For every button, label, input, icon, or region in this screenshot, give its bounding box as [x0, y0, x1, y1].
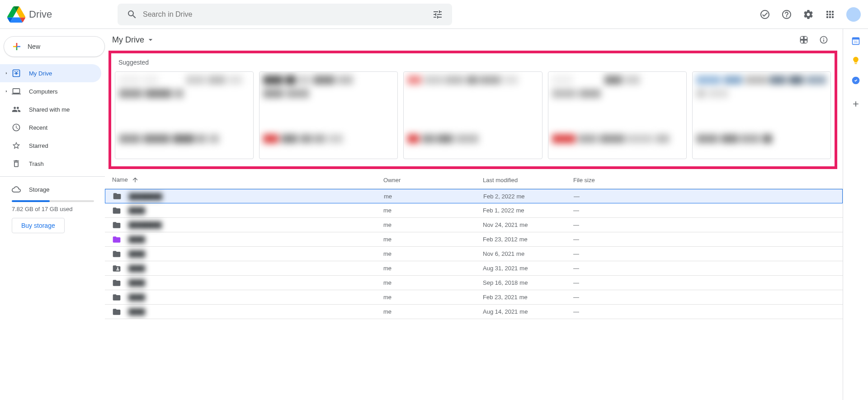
offline-ready-icon[interactable] — [756, 5, 774, 24]
file-row[interactable]: ████████ me Feb 2, 2022me — — [105, 189, 843, 203]
file-size: — — [573, 250, 835, 257]
search-input[interactable] — [143, 10, 427, 19]
apps-icon[interactable] — [821, 5, 839, 24]
keep-icon[interactable] — [851, 56, 860, 65]
trash-icon — [12, 159, 21, 168]
column-name[interactable]: Name — [112, 176, 383, 184]
file-modified: Aug 31, 2021me — [483, 265, 573, 272]
suggested-card[interactable] — [403, 71, 542, 159]
file-row[interactable]: ████ me Sep 16, 2018me — — [105, 276, 843, 290]
suggested-card[interactable] — [259, 71, 398, 159]
grid-view-icon[interactable] — [796, 32, 812, 48]
file-owner: me — [383, 236, 483, 243]
sidebar: New My Drive Computers Shared with me Re… — [0, 29, 105, 400]
suggested-cards — [115, 71, 831, 159]
buy-storage-button[interactable]: Buy storage — [12, 218, 65, 233]
file-size: — — [573, 207, 835, 214]
nav-label: Computers — [29, 88, 58, 95]
file-owner: me — [383, 221, 483, 228]
shared-folder-icon — [112, 264, 121, 273]
file-row[interactable]: ████████ me Nov 24, 2021me — — [105, 218, 843, 232]
nav-label: Starred — [29, 142, 48, 149]
column-owner[interactable]: Owner — [383, 176, 483, 184]
file-size: — — [573, 236, 835, 243]
file-name: ████ — [128, 250, 145, 257]
plus-icon — [11, 41, 22, 52]
file-list: ████████ me Feb 2, 2022me — ████ me Feb … — [105, 189, 843, 319]
file-row[interactable]: ████ me Feb 23, 2012me — — [105, 232, 843, 247]
computer-icon — [12, 87, 21, 96]
sort-ascending-icon — [132, 176, 139, 184]
storage-bar — [12, 200, 94, 202]
folder-icon — [112, 206, 121, 215]
header-actions — [756, 5, 861, 24]
sidebar-item-my-drive[interactable]: My Drive — [0, 64, 101, 82]
storage-used-text: 7.82 GB of 17 GB used — [12, 206, 94, 212]
right-rail: 31 — [843, 29, 868, 400]
file-name: ████████ — [129, 193, 162, 200]
file-owner: me — [383, 265, 483, 272]
column-size[interactable]: File size — [573, 176, 835, 184]
sidebar-item-storage[interactable]: Storage — [12, 180, 94, 198]
suggested-label: Suggested — [118, 59, 831, 66]
file-owner: me — [383, 308, 483, 315]
file-modified: Feb 1, 2022me — [483, 207, 573, 214]
logo-section[interactable]: Drive — [7, 5, 118, 24]
new-button[interactable]: New — [4, 36, 105, 57]
file-size: — — [573, 279, 835, 286]
suggested-card[interactable] — [548, 71, 687, 159]
file-owner: me — [384, 193, 483, 200]
file-size: — — [573, 294, 835, 301]
drive-icon — [12, 69, 21, 78]
file-size: — — [573, 221, 835, 228]
content-header: My Drive — [105, 29, 843, 51]
file-name: ████ — [128, 279, 145, 286]
file-owner: me — [383, 294, 483, 301]
storage-label: Storage — [29, 186, 50, 193]
suggested-section-highlight: Suggested — [108, 51, 837, 169]
file-owner: me — [383, 279, 483, 286]
cloud-icon — [12, 185, 21, 194]
suggested-card[interactable] — [115, 71, 254, 159]
suggested-card[interactable] — [692, 71, 831, 159]
user-avatar[interactable] — [846, 7, 861, 22]
folder-icon — [112, 221, 121, 230]
file-owner: me — [383, 250, 483, 257]
svg-text:31: 31 — [854, 40, 857, 44]
file-row[interactable]: ████ me Nov 6, 2021me — — [105, 247, 843, 261]
folder-icon — [112, 249, 121, 259]
shared-icon — [12, 105, 21, 114]
nav-label: Shared with me — [29, 106, 70, 113]
file-row[interactable]: ████ me Aug 14, 2021me — — [105, 305, 843, 319]
expand-icon — [4, 89, 9, 94]
breadcrumb[interactable]: My Drive — [112, 35, 155, 45]
content: My Drive Suggested Nam — [105, 29, 843, 400]
tasks-icon[interactable] — [851, 76, 860, 85]
sidebar-item-recent[interactable]: Recent — [0, 118, 101, 136]
file-modified: Feb 23, 2012me — [483, 236, 573, 243]
column-modified[interactable]: Last modified — [483, 176, 573, 184]
search-options-icon[interactable] — [432, 9, 443, 20]
app-name: Drive — [29, 9, 52, 20]
file-row[interactable]: ████ me Feb 1, 2022me — — [105, 203, 843, 218]
sidebar-item-trash[interactable]: Trash — [0, 155, 101, 173]
file-list-header: Name Owner Last modified File size — [105, 171, 843, 189]
sidebar-item-starred[interactable]: Starred — [0, 136, 101, 155]
expand-icon — [4, 71, 9, 76]
settings-icon[interactable] — [799, 5, 817, 24]
add-addon-icon[interactable] — [851, 99, 860, 108]
sidebar-item-computers[interactable]: Computers — [0, 82, 101, 100]
search-bar[interactable] — [118, 4, 452, 25]
file-row[interactable]: ████ me Feb 23, 2021me — — [105, 290, 843, 305]
file-modified: Sep 16, 2018me — [483, 279, 573, 286]
nav-label: Trash — [29, 160, 44, 167]
file-row[interactable]: ████ me Aug 31, 2021me — — [105, 261, 843, 276]
calendar-icon[interactable]: 31 — [851, 36, 860, 45]
nav-label: My Drive — [29, 70, 52, 77]
drive-logo-icon — [7, 5, 25, 24]
help-icon[interactable] — [778, 5, 796, 24]
sidebar-item-shared-with-me[interactable]: Shared with me — [0, 100, 101, 118]
file-modified: Nov 24, 2021me — [483, 221, 573, 228]
file-name: ████ — [128, 265, 145, 272]
info-icon[interactable] — [816, 32, 832, 48]
